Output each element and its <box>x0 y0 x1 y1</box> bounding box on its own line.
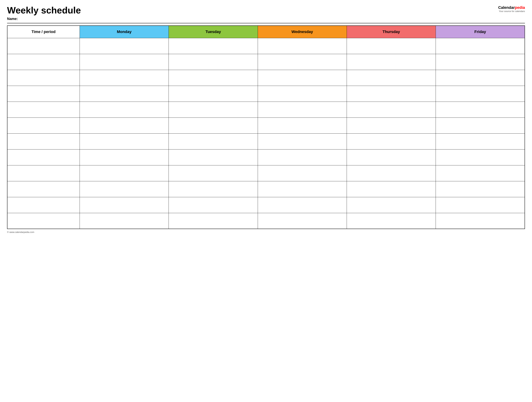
time-cell[interactable] <box>7 197 80 213</box>
schedule-cell[interactable] <box>436 213 525 229</box>
schedule-cell[interactable] <box>80 38 169 54</box>
schedule-cell[interactable] <box>80 197 169 213</box>
schedule-cell[interactable] <box>258 149 347 165</box>
schedule-cell[interactable] <box>258 117 347 133</box>
col-header-wednesday: Wednesday <box>258 26 347 38</box>
schedule-cell[interactable] <box>80 86 169 102</box>
table-row <box>7 213 525 229</box>
schedule-cell[interactable] <box>347 86 436 102</box>
schedule-cell[interactable] <box>169 133 258 149</box>
schedule-cell[interactable] <box>436 102 525 117</box>
page-header: Weekly schedule Name: Calendarpedia Your… <box>7 5 525 21</box>
schedule-cell[interactable] <box>347 70 436 86</box>
schedule-cell[interactable] <box>258 165 347 181</box>
logo-pedia: pedia <box>515 5 525 10</box>
schedule-cell[interactable] <box>80 102 169 117</box>
schedule-cell[interactable] <box>347 213 436 229</box>
schedule-cell[interactable] <box>436 149 525 165</box>
schedule-cell[interactable] <box>80 165 169 181</box>
schedule-cell[interactable] <box>169 149 258 165</box>
logo-text: Calendarpedia <box>498 5 525 10</box>
schedule-cell[interactable] <box>347 117 436 133</box>
table-row <box>7 149 525 165</box>
schedule-cell[interactable] <box>169 213 258 229</box>
schedule-cell[interactable] <box>347 54 436 70</box>
header-divider <box>7 23 525 23</box>
schedule-cell[interactable] <box>436 197 525 213</box>
schedule-cell[interactable] <box>169 165 258 181</box>
schedule-cell[interactable] <box>347 133 436 149</box>
schedule-cell[interactable] <box>347 102 436 117</box>
table-row <box>7 197 525 213</box>
header-row: Time / period Monday Tuesday Wednesday T… <box>7 26 525 38</box>
schedule-cell[interactable] <box>80 149 169 165</box>
table-body <box>7 38 525 229</box>
schedule-cell[interactable] <box>80 54 169 70</box>
schedule-cell[interactable] <box>347 165 436 181</box>
schedule-cell[interactable] <box>169 197 258 213</box>
table-row <box>7 181 525 197</box>
schedule-cell[interactable] <box>258 213 347 229</box>
logo-calendar: Calendar <box>498 5 515 10</box>
title-area: Weekly schedule Name: <box>7 5 81 21</box>
footer: © www.calendarpedia.com <box>7 231 525 233</box>
schedule-cell[interactable] <box>347 181 436 197</box>
schedule-cell[interactable] <box>436 54 525 70</box>
schedule-cell[interactable] <box>258 181 347 197</box>
schedule-cell[interactable] <box>169 102 258 117</box>
time-cell[interactable] <box>7 86 80 102</box>
schedule-cell[interactable] <box>80 117 169 133</box>
time-cell[interactable] <box>7 102 80 117</box>
schedule-cell[interactable] <box>80 181 169 197</box>
time-cell[interactable] <box>7 181 80 197</box>
schedule-cell[interactable] <box>80 213 169 229</box>
time-cell[interactable] <box>7 133 80 149</box>
time-cell[interactable] <box>7 38 80 54</box>
schedule-cell[interactable] <box>347 197 436 213</box>
col-header-tuesday: Tuesday <box>169 26 258 38</box>
schedule-cell[interactable] <box>258 133 347 149</box>
schedule-cell[interactable] <box>258 38 347 54</box>
schedule-cell[interactable] <box>436 117 525 133</box>
schedule-cell[interactable] <box>169 54 258 70</box>
table-row <box>7 54 525 70</box>
table-header: Time / period Monday Tuesday Wednesday T… <box>7 26 525 38</box>
schedule-cell[interactable] <box>80 133 169 149</box>
col-header-monday: Monday <box>80 26 169 38</box>
time-cell[interactable] <box>7 117 80 133</box>
col-header-friday: Friday <box>436 26 525 38</box>
col-header-thursday: Thursday <box>347 26 436 38</box>
time-cell[interactable] <box>7 149 80 165</box>
time-cell[interactable] <box>7 213 80 229</box>
logo-subtitle: Your source for calendars <box>499 10 525 13</box>
schedule-cell[interactable] <box>169 117 258 133</box>
time-cell[interactable] <box>7 54 80 70</box>
schedule-cell[interactable] <box>169 181 258 197</box>
schedule-cell[interactable] <box>436 70 525 86</box>
schedule-cell[interactable] <box>258 70 347 86</box>
table-row <box>7 70 525 86</box>
schedule-cell[interactable] <box>436 133 525 149</box>
schedule-cell[interactable] <box>258 102 347 117</box>
schedule-cell[interactable] <box>436 38 525 54</box>
schedule-cell[interactable] <box>169 70 258 86</box>
schedule-cell[interactable] <box>436 165 525 181</box>
page-title: Weekly schedule <box>7 5 81 15</box>
schedule-cell[interactable] <box>169 86 258 102</box>
table-row <box>7 117 525 133</box>
schedule-cell[interactable] <box>436 181 525 197</box>
schedule-cell[interactable] <box>258 86 347 102</box>
schedule-cell[interactable] <box>169 38 258 54</box>
schedule-cell[interactable] <box>436 86 525 102</box>
schedule-cell[interactable] <box>347 149 436 165</box>
time-cell[interactable] <box>7 165 80 181</box>
time-cell[interactable] <box>7 70 80 86</box>
schedule-cell[interactable] <box>80 70 169 86</box>
schedule-cell[interactable] <box>258 54 347 70</box>
col-header-time: Time / period <box>7 26 80 38</box>
table-row <box>7 165 525 181</box>
schedule-cell[interactable] <box>347 38 436 54</box>
schedule-cell[interactable] <box>258 197 347 213</box>
table-row <box>7 86 525 102</box>
table-row <box>7 102 525 117</box>
